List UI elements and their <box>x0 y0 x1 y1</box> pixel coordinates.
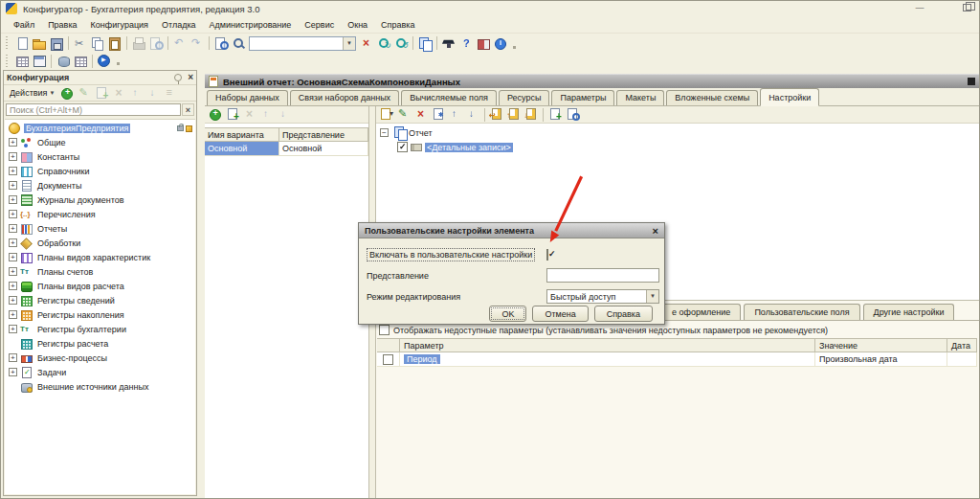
paste-icon[interactable] <box>107 36 122 51</box>
clear-search-icon[interactable]: × <box>182 103 194 116</box>
menu-debug[interactable]: Отладка <box>155 18 203 32</box>
variant-presentation-cell[interactable]: Основной <box>279 142 368 156</box>
add-report-item-icon[interactable] <box>547 107 563 122</box>
pin-icon[interactable] <box>174 74 182 81</box>
find-next-icon[interactable] <box>376 36 391 51</box>
expand-icon[interactable]: + <box>9 167 17 175</box>
tab-user-fields[interactable]: Пользовательские поля <box>744 304 859 320</box>
cancel-button[interactable]: Отмена <box>532 306 588 322</box>
database-icon[interactable] <box>56 54 71 68</box>
tab-наборы-данных[interactable]: Наборы данных <box>207 90 288 105</box>
ok-button[interactable]: OK <box>489 306 526 322</box>
document-window-menu-icon[interactable] <box>968 78 975 85</box>
compare-configurations-icon[interactable] <box>417 36 433 51</box>
restore-button[interactable] <box>963 4 971 11</box>
tree-item-external-data-sources[interactable]: Внешние источники данных <box>5 379 195 394</box>
tree-item-information-registers[interactable]: +Регистры сведений <box>5 293 195 307</box>
minimize-button[interactable]: — <box>913 2 926 13</box>
tab-вложенные-схемы[interactable]: Вложенные схемы <box>666 90 758 105</box>
report-arrow-back-icon[interactable] <box>489 107 504 122</box>
menu-service[interactable]: Сервис <box>298 18 341 32</box>
tab-настройки[interactable]: Настройки <box>760 88 819 106</box>
expand-icon[interactable]: + <box>9 325 17 333</box>
syntax-check-icon[interactable] <box>441 36 457 51</box>
actions-menu-button[interactable]: Действия ▼ <box>6 87 58 99</box>
tree-item-charts-of-characteristic-types[interactable]: +Планы видов характеристик <box>5 250 195 264</box>
tab-ресурсы[interactable]: Ресурсы <box>499 90 550 105</box>
clear-search-icon[interactable] <box>359 36 374 51</box>
expand-icon[interactable]: + <box>9 138 17 147</box>
params-col-date[interactable]: Дата <box>947 338 977 352</box>
tree-item-configuration-root[interactable]: БухгалтерияПредприятия <box>5 121 195 135</box>
parameter-name[interactable]: Период <box>404 354 440 364</box>
expand-icon[interactable]: + <box>9 152 17 161</box>
tab-связи-наборов-данных[interactable]: Связи наборов данных <box>290 90 399 105</box>
find-previous-icon[interactable] <box>393 36 409 51</box>
dialog-close-icon[interactable]: × <box>653 226 658 236</box>
tree-item-calculation-registers[interactable]: Регистры расчета <box>5 336 195 351</box>
menu-edit[interactable]: Правка <box>41 18 83 32</box>
menu-configuration[interactable]: Конфигурация <box>84 18 155 32</box>
menu-administration[interactable]: Администрирование <box>203 18 299 32</box>
open-icon[interactable] <box>32 36 47 51</box>
parameter-checkbox[interactable] <box>383 354 393 365</box>
search-combobox[interactable]: ▼ <box>249 36 356 51</box>
expand-icon[interactable]: + <box>9 368 17 376</box>
search-input[interactable]: Поиск (Ctrl+Alt+M) <box>6 103 181 116</box>
tab-other-settings[interactable]: Другие настройки <box>863 304 955 320</box>
presentation-input[interactable] <box>546 268 659 283</box>
parameter-value[interactable]: Произвольная дата <box>815 352 947 367</box>
expand-icon[interactable]: + <box>9 282 17 290</box>
chevron-down-icon[interactable]: ▼ <box>343 37 355 50</box>
tree-item-accounting-registers[interactable]: +Регистры бухгалтерии <box>5 322 195 336</box>
parameter-date[interactable] <box>947 352 977 367</box>
start-debugging-icon[interactable] <box>97 54 112 68</box>
expand-icon[interactable]: + <box>9 224 17 233</box>
cut-icon[interactable] <box>73 36 88 51</box>
tab-conditional-appearance[interactable]: е оформление <box>661 304 741 320</box>
variants-col-presentation[interactable]: Представление <box>279 127 368 142</box>
params-col-parameter[interactable]: Параметр <box>400 338 815 352</box>
tree-item-accumulation-registers[interactable]: +Регистры накопления <box>5 307 195 322</box>
collapse-icon[interactable]: − <box>380 128 389 137</box>
expand-icon[interactable]: + <box>9 296 17 305</box>
expand-icon[interactable]: + <box>9 310 17 319</box>
search-icon[interactable] <box>231 36 246 51</box>
form-window-icon[interactable] <box>32 54 47 68</box>
expand-icon[interactable]: + <box>9 210 17 218</box>
save-icon[interactable] <box>49 36 64 51</box>
menu-help[interactable]: Справка <box>374 18 421 32</box>
tree-item-common[interactable]: +Общие <box>5 135 195 149</box>
variant-row[interactable]: Основной Основной <box>205 142 368 156</box>
tree-item-constants[interactable]: +Константы <box>5 149 195 164</box>
add-icon[interactable] <box>59 86 75 101</box>
expand-icon[interactable]: + <box>9 267 17 276</box>
menu-windows[interactable]: Окна <box>341 18 374 32</box>
expand-icon[interactable]: + <box>9 238 17 247</box>
tab-параметры[interactable]: Параметры <box>551 90 614 105</box>
menu-file[interactable]: Файл <box>7 18 41 32</box>
edit-settings-item-icon[interactable] <box>396 107 412 122</box>
variant-name-cell[interactable]: Основной <box>205 142 279 156</box>
settings-wizard-icon[interactable] <box>431 107 446 122</box>
tree-item-documents[interactable]: +Документы <box>5 178 195 193</box>
help-book-icon[interactable] <box>476 36 491 51</box>
tree-item-reports[interactable]: +Отчеты <box>5 221 195 236</box>
settings-child-row[interactable]: <Детальные записи> <box>380 140 979 154</box>
variants-col-name[interactable]: Имя варианта <box>205 127 279 142</box>
tree-item-charts-of-calculation-types[interactable]: +Планы видов расчета <box>5 279 195 293</box>
settings-root-row[interactable]: − Отчет <box>380 125 979 140</box>
global-search-icon[interactable] <box>213 36 229 51</box>
help-question-icon[interactable] <box>458 36 474 51</box>
copy-icon[interactable] <box>90 36 105 51</box>
include-in-user-settings-checkbox[interactable] <box>546 249 548 261</box>
add-variant-icon[interactable] <box>208 107 223 122</box>
edit-mode-select[interactable]: Быстрый доступ ▼ <box>546 289 659 304</box>
tree-item-enumerations[interactable]: +Перечисления <box>5 207 195 221</box>
add-variant-copy-icon[interactable] <box>225 107 240 122</box>
grid-window-icon[interactable] <box>14 54 30 68</box>
tree-item-charts-of-accounts[interactable]: +Планы счетов <box>5 264 195 279</box>
params-col-value[interactable]: Значение <box>815 338 947 352</box>
help-button[interactable]: Справка <box>594 306 653 322</box>
chevron-down-icon[interactable]: ▼ <box>646 290 658 303</box>
